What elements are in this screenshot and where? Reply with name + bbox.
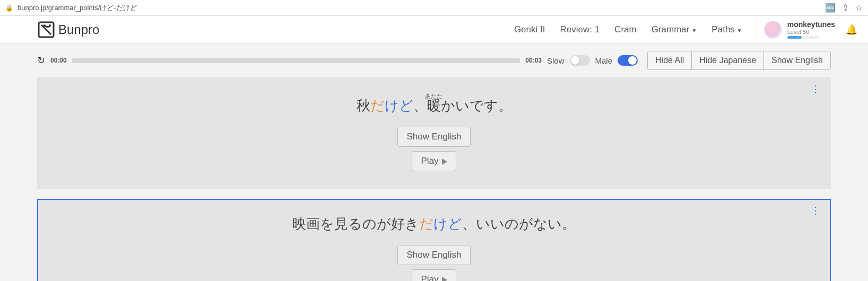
nav-review[interactable]: Review: 1 <box>552 24 607 35</box>
male-label: Male <box>595 56 613 65</box>
top-nav: Bunpro Genki II Review: 1 Cram Grammar▼ … <box>0 16 868 43</box>
audio-total: 00:03 <box>525 57 542 64</box>
show-english-button[interactable]: Show English <box>397 127 470 147</box>
hide-all-button[interactable]: Hide All <box>648 51 691 69</box>
hide-japanese-button[interactable]: Hide Japanese <box>691 51 763 69</box>
play-button[interactable]: Play <box>412 269 456 281</box>
bell-icon[interactable]: 🔔 <box>846 24 857 36</box>
visibility-button-group: Hide All Hide Japanese Show English <box>647 51 831 70</box>
more-icon[interactable]: ⋮ <box>811 88 820 90</box>
nav-paths[interactable]: Paths▼ <box>704 24 749 35</box>
example-card-2: ⋮ 映画を見るのが好きだけど、いいのがない。 Show English Play <box>37 199 831 281</box>
play-button[interactable]: Play <box>412 151 456 171</box>
nav-cram[interactable]: Cram <box>607 24 644 35</box>
grammar-da: だ <box>370 98 385 113</box>
share-icon[interactable]: ⇪ <box>842 3 849 13</box>
url-text: bunpro.jp/grammar_points/けど-だけど <box>18 3 819 13</box>
reload-icon[interactable]: ↻ <box>37 55 45 66</box>
avatar <box>764 21 782 39</box>
nav-deck[interactable]: Genki II <box>507 24 553 35</box>
example-card-1: ⋮ 秋だけど、暖あたたかいです。 Show English Play <box>37 77 831 189</box>
audio-elapsed: 00:00 <box>50 57 67 64</box>
brand-text: Bunpro <box>58 22 99 37</box>
logo-icon <box>37 21 55 39</box>
nav-grammar-label: Grammar <box>652 24 690 34</box>
audio-progress-bar[interactable] <box>72 58 520 63</box>
lock-icon: 🔒 <box>5 4 13 12</box>
user-name: monkeytunes <box>787 20 835 29</box>
caret-down-icon: ▼ <box>691 28 697 33</box>
slow-label: Slow <box>547 56 565 65</box>
male-toggle[interactable] <box>618 55 638 66</box>
translate-icon[interactable]: 🔤 <box>825 3 836 13</box>
play-icon <box>442 277 447 281</box>
audio-controls: ↻ 00:00 00:03 Slow Male Hide All Hide Ja… <box>37 43 831 77</box>
play-label: Play <box>421 156 438 166</box>
sentence-2: 映画を見るのが好きだけど、いいのがない。 <box>49 215 819 233</box>
sentence-tail: かいです。 <box>441 98 512 113</box>
show-english-button[interactable]: Show English <box>397 245 470 265</box>
grammar-da: だ <box>419 216 433 232</box>
sentence-pre: 秋 <box>357 98 370 113</box>
xp-bar <box>787 36 819 39</box>
play-icon <box>442 159 447 165</box>
grammar-kedo: けど <box>433 216 462 232</box>
ruby-word: 暖あたた <box>427 98 441 113</box>
star-icon[interactable]: ☆ <box>855 3 863 13</box>
svg-point-1 <box>49 24 51 27</box>
user-section[interactable]: monkeytunes Level 50 🔔 <box>755 20 857 39</box>
grammar-kedo: けど <box>385 98 413 113</box>
nav-grammar[interactable]: Grammar▼ <box>644 24 705 35</box>
caret-down-icon: ▼ <box>737 28 742 33</box>
sentence-post: 、いいのがない。 <box>462 216 576 232</box>
sentence-1: 秋だけど、暖あたたかいです。 <box>49 93 819 115</box>
slow-toggle[interactable] <box>570 55 590 66</box>
sentence-pre: 映画を見るのが好き <box>292 216 419 232</box>
play-label: Play <box>421 274 438 281</box>
more-icon[interactable]: ⋮ <box>811 209 820 212</box>
show-english-toolbar-button[interactable]: Show English <box>763 51 830 69</box>
brand-logo[interactable]: Bunpro <box>37 21 99 39</box>
user-level: Level 50 <box>787 29 835 35</box>
browser-address-bar: 🔒 bunpro.jp/grammar_points/けど-だけど 🔤 ⇪ ☆ <box>0 0 868 16</box>
nav-paths-label: Paths <box>711 24 734 34</box>
